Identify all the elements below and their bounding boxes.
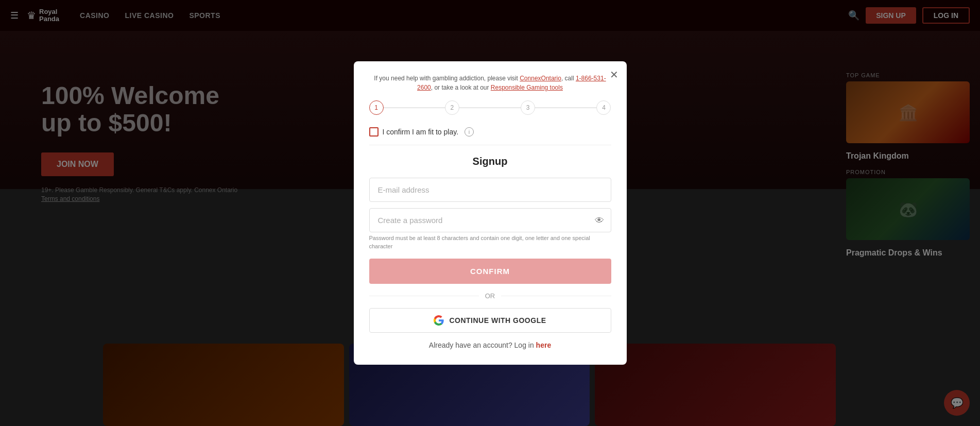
fit-to-play-row: I confirm I am fit to play. i	[369, 127, 611, 137]
password-input[interactable]	[369, 208, 611, 232]
show-password-icon[interactable]: 👁	[595, 215, 604, 226]
email-input[interactable]	[369, 178, 611, 202]
or-text: OR	[485, 292, 495, 300]
already-have-account-text: Already have an account? Log in	[429, 341, 536, 349]
google-button[interactable]: CONTINUE WITH GOOGLE	[369, 308, 611, 333]
step-2: 2	[445, 100, 459, 115]
step-4: 4	[596, 100, 611, 115]
confirm-button[interactable]: CONFIRM	[369, 259, 611, 284]
google-button-label: CONTINUE WITH GOOGLE	[449, 316, 546, 325]
divider-1	[369, 145, 611, 145]
responsible-notice: If you need help with gambling addiction…	[369, 74, 611, 92]
signup-title: Signup	[369, 156, 611, 167]
or-line-left	[369, 296, 479, 296]
password-wrapper: 👁	[369, 208, 611, 232]
step-1: 1	[369, 100, 384, 115]
progress-steps: 1 2 3 4	[369, 100, 611, 115]
step-spacer-3	[535, 108, 596, 108]
password-hint: Password must be at least 8 characters a…	[369, 234, 611, 250]
google-logo-icon	[434, 315, 444, 326]
responsible-text-1: If you need help with gambling addiction…	[374, 75, 520, 82]
login-text: Already have an account? Log in here	[369, 341, 611, 349]
or-divider: OR	[369, 292, 611, 300]
gaming-link[interactable]: Responsible Gaming tools	[491, 84, 563, 91]
signup-modal: ✕ If you need help with gambling addicti…	[354, 61, 627, 365]
fit-to-play-checkbox[interactable]	[369, 127, 379, 137]
info-icon[interactable]: i	[465, 127, 474, 137]
modal-close-button[interactable]: ✕	[610, 70, 618, 80]
connex-link[interactable]: ConnexOntario	[520, 75, 561, 82]
responsible-text-3: , or take a look at our	[431, 84, 491, 91]
responsible-text-2: , call	[561, 75, 576, 82]
step-3: 3	[521, 100, 535, 115]
login-here-link[interactable]: here	[536, 341, 552, 349]
step-spacer-1	[384, 108, 445, 108]
modal-overlay: ✕ If you need help with gambling addicti…	[0, 0, 980, 426]
or-line-right	[501, 296, 611, 296]
step-spacer-2	[459, 108, 521, 108]
fit-to-play-label: I confirm I am fit to play.	[383, 128, 459, 136]
